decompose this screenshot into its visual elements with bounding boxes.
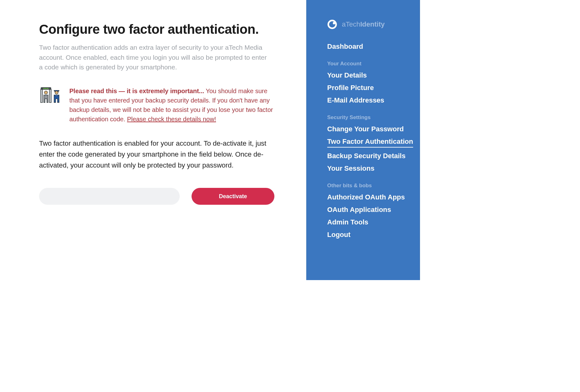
deactivate-form: Deactivate — [39, 188, 288, 205]
svg-point-7 — [45, 92, 46, 93]
nav-top: Dashboard — [327, 43, 420, 51]
sidebar-item-two-factor-auth[interactable]: Two Factor Authentication — [327, 138, 413, 148]
sidebar-item-change-password[interactable]: Change Your Password — [327, 125, 420, 133]
instructions-text: Two factor authentication is enabled for… — [39, 138, 270, 171]
deactivate-button[interactable]: Deactivate — [192, 188, 274, 205]
sidebar-item-your-sessions[interactable]: Your Sessions — [327, 164, 420, 173]
sidebar: aTechIdentity Dashboard Your Account You… — [306, 0, 420, 280]
sidebar-item-dashboard[interactable]: Dashboard — [327, 43, 420, 51]
warning-strong: Please read this — it is extremely impor… — [69, 88, 204, 94]
svg-point-12 — [57, 92, 58, 93]
svg-point-15 — [333, 22, 335, 24]
security-guard-icon — [39, 86, 62, 105]
svg-point-6 — [44, 91, 48, 94]
nav-section-security: Security Settings Change Your Password T… — [327, 114, 420, 173]
logo-icon — [327, 19, 337, 29]
warning-text: Please read this — it is extremely impor… — [69, 86, 277, 124]
sidebar-item-your-details[interactable]: Your Details — [327, 71, 420, 79]
svg-rect-4 — [41, 89, 42, 103]
svg-rect-2 — [45, 88, 47, 89]
svg-point-11 — [56, 92, 57, 93]
svg-rect-10 — [54, 90, 59, 91]
nav-heading-account: Your Account — [327, 61, 420, 67]
svg-rect-3 — [47, 88, 48, 89]
nav-heading-security: Security Settings — [327, 114, 420, 121]
sidebar-item-logout[interactable]: Logout — [327, 231, 420, 239]
sidebar-item-profile-picture[interactable]: Profile Picture — [327, 84, 420, 92]
page-title: Configure two factor authentication. — [39, 22, 288, 37]
sidebar-item-admin-tools[interactable]: Admin Tools — [327, 218, 420, 226]
logo[interactable]: aTechIdentity — [327, 19, 420, 29]
sidebar-item-email-addresses[interactable]: E-Mail Addresses — [327, 96, 420, 104]
svg-point-9 — [55, 91, 58, 94]
nav-heading-other: Other bits & bobs — [327, 183, 420, 189]
sidebar-item-oauth-applications[interactable]: OAuth Applications — [327, 206, 420, 214]
logo-prefix: aTech — [342, 20, 360, 28]
logo-text: aTechIdentity — [342, 20, 385, 28]
svg-rect-1 — [43, 88, 45, 89]
code-input[interactable] — [39, 188, 180, 205]
warning-box: Please read this — it is extremely impor… — [39, 86, 277, 124]
page-description: Two factor authentication adds an extra … — [39, 43, 270, 72]
sidebar-item-authorized-oauth[interactable]: Authorized OAuth Apps — [327, 193, 420, 201]
main-content: Configure two factor authentication. Two… — [0, 0, 306, 280]
svg-rect-5 — [49, 89, 51, 103]
sidebar-item-backup-security[interactable]: Backup Security Details — [327, 152, 420, 160]
nav-section-account: Your Account Your Details Profile Pictur… — [327, 61, 420, 104]
nav-section-other: Other bits & bobs Authorized OAuth Apps … — [327, 183, 420, 239]
check-details-link[interactable]: Please check these details now! — [127, 116, 216, 123]
svg-point-8 — [46, 92, 47, 93]
logo-suffix: Identity — [360, 20, 385, 28]
